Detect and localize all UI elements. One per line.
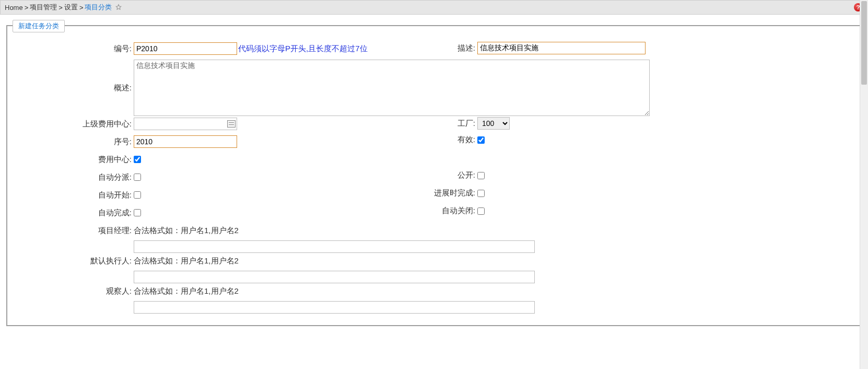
label-code: 编号: bbox=[13, 42, 134, 55]
parent-cost-input[interactable] bbox=[134, 118, 237, 130]
label-progress-done: 进展时完成: bbox=[389, 188, 477, 198]
auto-assign-checkbox[interactable] bbox=[134, 174, 141, 181]
breadcrumb-bar: Home > 项目管理 > 设置 > 项目分类 ? bbox=[0, 0, 868, 15]
favorite-star-icon[interactable] bbox=[115, 4, 122, 11]
label-overview: 概述: bbox=[13, 81, 134, 95]
desc-input[interactable] bbox=[477, 42, 646, 54]
plant-select[interactable]: 100 bbox=[477, 117, 510, 130]
label-public: 公开: bbox=[389, 170, 477, 180]
label-parent-cost: 上级费用中心: bbox=[13, 117, 134, 131]
pm-hint: 合法格式如：用户名1,用户名2 bbox=[134, 226, 239, 236]
breadcrumb-settings[interactable]: 设置 bbox=[64, 3, 78, 12]
label-pm: 项目经理: bbox=[13, 224, 134, 237]
breadcrumb-sep: > bbox=[58, 4, 63, 11]
observer-hint: 合法格式如：用户名1,用户名2 bbox=[134, 286, 239, 296]
label-active: 有效: bbox=[389, 135, 477, 145]
auto-complete-checkbox[interactable] bbox=[134, 209, 141, 216]
breadcrumb-home[interactable]: Home bbox=[5, 4, 23, 11]
label-auto-complete: 自动完成: bbox=[13, 206, 134, 220]
default-executor-input[interactable] bbox=[134, 271, 535, 283]
vertical-scrollbar[interactable] bbox=[860, 0, 868, 331]
progress-done-checkbox[interactable] bbox=[477, 190, 485, 197]
seq-input[interactable] bbox=[134, 135, 237, 148]
breadcrumb-sep: > bbox=[79, 4, 84, 11]
auto-close-checkbox[interactable] bbox=[477, 207, 485, 215]
lookup-icon[interactable] bbox=[227, 120, 236, 128]
scrollbar-thumb[interactable] bbox=[861, 1, 867, 85]
label-plant: 工厂: bbox=[389, 119, 477, 129]
active-checkbox[interactable] bbox=[477, 136, 485, 144]
label-default-executor: 默认执行人: bbox=[13, 254, 134, 268]
breadcrumb-project-mgmt[interactable]: 项目管理 bbox=[30, 3, 57, 12]
label-observer: 观察人: bbox=[13, 284, 134, 298]
code-input[interactable] bbox=[134, 42, 237, 55]
code-hint: 代码须以字母P开头,且长度不超过7位 bbox=[238, 44, 368, 54]
overview-textarea[interactable]: 信息技术项目实施 bbox=[134, 60, 650, 116]
cost-center-checkbox[interactable] bbox=[134, 156, 141, 163]
fieldset-legend: 新建任务分类 bbox=[13, 20, 65, 32]
label-seq: 序号: bbox=[13, 135, 134, 148]
label-desc: 描述: bbox=[389, 43, 477, 53]
breadcrumb-project-category[interactable]: 项目分类 bbox=[85, 3, 112, 12]
default-executor-hint: 合法格式如：用户名1,用户名2 bbox=[134, 256, 239, 266]
form-fieldset: 新建任务分类 编号: 代码须以字母P开头,且长度不超过7位 描述: 概述: 信息… bbox=[6, 25, 862, 326]
pm-input[interactable] bbox=[134, 240, 535, 253]
label-cost-center: 费用中心: bbox=[13, 153, 134, 166]
label-auto-close: 自动关闭: bbox=[389, 206, 477, 216]
public-checkbox[interactable] bbox=[477, 172, 485, 179]
auto-start-checkbox[interactable] bbox=[134, 191, 141, 199]
breadcrumb-sep: > bbox=[25, 4, 29, 11]
label-auto-start: 自动开始: bbox=[13, 188, 134, 202]
breadcrumb: Home > 项目管理 > 设置 > 项目分类 bbox=[5, 3, 112, 12]
label-auto-assign: 自动分派: bbox=[13, 170, 134, 184]
observer-input[interactable] bbox=[134, 301, 535, 314]
